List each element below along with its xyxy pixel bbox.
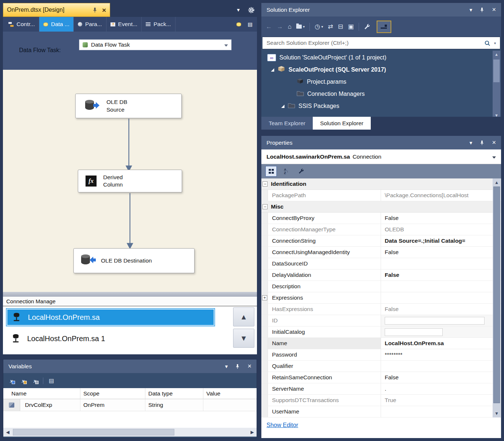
search-input[interactable]: Search Solution Explorer (Ctrl+;) ▾ bbox=[262, 37, 500, 49]
property-row-expressions[interactable]: + Expressions bbox=[261, 292, 501, 304]
variable-value[interactable] bbox=[203, 399, 257, 411]
switch-views-icon[interactable]: ▾ bbox=[296, 25, 305, 29]
scrollbar-thumb[interactable] bbox=[493, 187, 500, 403]
grid-icon[interactable]: ▤ bbox=[248, 21, 253, 27]
column-header-value[interactable]: Value bbox=[203, 388, 257, 399]
tree-item-ssis-packages[interactable]: SSIS Packages bbox=[281, 101, 339, 112]
property-category[interactable]: − Identification bbox=[261, 178, 501, 190]
tab-data-flow[interactable]: Data ... bbox=[39, 17, 74, 32]
property-row[interactable]: DataSourceID bbox=[261, 258, 501, 270]
property-value[interactable] bbox=[381, 281, 501, 292]
property-row[interactable]: SupportsDTCTransactions True bbox=[261, 395, 501, 406]
tab-solution-explorer[interactable]: Solution Explorer bbox=[313, 117, 371, 130]
close-icon[interactable]: × bbox=[247, 362, 251, 370]
vertical-scrollbar[interactable]: ▲ ▼ bbox=[493, 178, 501, 417]
tree-item-solution[interactable]: ∞ Solution 'ScaleOutProject' (1 of 1 pro… bbox=[267, 52, 387, 63]
property-value[interactable] bbox=[381, 326, 501, 337]
property-pages-wrench-icon[interactable] bbox=[295, 166, 307, 177]
node-ole-db-destination[interactable]: OLE DB Destination bbox=[73, 248, 195, 273]
property-row[interactable]: DelayValidation False bbox=[261, 270, 501, 281]
property-row[interactable]: ID bbox=[261, 315, 501, 326]
property-row[interactable]: InitialCatalog bbox=[261, 326, 501, 338]
add-variable-icon[interactable]: x bbox=[8, 377, 15, 384]
property-value[interactable]: ******** bbox=[381, 349, 501, 360]
window-position-caret-icon[interactable]: ▾ bbox=[469, 140, 472, 146]
property-value[interactable] bbox=[381, 361, 501, 372]
move-variable-icon[interactable]: x bbox=[19, 377, 27, 384]
pin-icon[interactable] bbox=[479, 140, 485, 145]
delete-variable-icon[interactable]: x bbox=[31, 377, 39, 384]
node-derived-column[interactable]: fx Derived Column bbox=[78, 170, 182, 192]
data-flow-task-select[interactable]: Data Flow Task bbox=[79, 39, 232, 50]
tab-event-handlers[interactable]: Event... bbox=[106, 17, 142, 32]
home-icon[interactable]: ⌂ bbox=[288, 23, 291, 30]
scroll-up-icon[interactable]: ▲ bbox=[493, 179, 501, 186]
gear-icon[interactable] bbox=[248, 7, 255, 14]
property-category[interactable]: − Misc bbox=[261, 201, 501, 213]
property-row[interactable]: Description bbox=[261, 281, 501, 292]
search-options-caret-icon[interactable]: ▾ bbox=[494, 41, 496, 45]
alphabetical-sort-button[interactable]: AZ ↓ bbox=[280, 166, 292, 177]
horizontal-splitter[interactable] bbox=[3, 292, 257, 297]
pin-icon[interactable] bbox=[235, 364, 240, 369]
grid-options-icon[interactable]: ▤ bbox=[48, 377, 55, 384]
tab-parameters[interactable]: Para... bbox=[74, 17, 106, 32]
property-value[interactable] bbox=[381, 406, 501, 417]
property-row[interactable]: Qualifier bbox=[261, 361, 501, 372]
search-icon[interactable] bbox=[484, 40, 490, 46]
node-ole-db-source[interactable]: OLE DB Source bbox=[75, 94, 182, 118]
column-header-data-type[interactable]: Data type bbox=[145, 388, 203, 399]
scroll-down-icon[interactable]: ▼ bbox=[493, 410, 501, 417]
property-value[interactable]: LocalHost.OnPrem.sa bbox=[381, 338, 501, 349]
scrollbar-thumb[interactable] bbox=[13, 429, 174, 435]
pin-icon[interactable] bbox=[479, 7, 485, 12]
expander-icon[interactable] bbox=[281, 105, 284, 108]
tab-control-flow[interactable]: Contr... bbox=[4, 17, 39, 32]
properties-wrench-icon[interactable] bbox=[364, 24, 370, 30]
show-editor-link[interactable]: Show Editor bbox=[266, 422, 298, 428]
property-value[interactable] bbox=[381, 315, 501, 326]
property-row[interactable]: ConnectionString Data Source=.;Initial C… bbox=[261, 235, 501, 247]
property-row[interactable]: Name LocalHost.OnPrem.sa bbox=[261, 338, 501, 349]
pending-changes-filter-icon[interactable]: ◷▾ bbox=[315, 23, 323, 30]
forward-icon[interactable]: → bbox=[277, 23, 283, 30]
property-value[interactable]: False bbox=[381, 247, 501, 258]
tree-item-project-params[interactable]: Project.params bbox=[297, 76, 347, 87]
solution-explorer-header[interactable]: Solution Explorer ▾ × bbox=[261, 3, 501, 17]
property-value[interactable] bbox=[381, 258, 501, 269]
object-selector[interactable]: LocalHost.sawinarkOnPrem.sa Connection bbox=[261, 149, 501, 164]
property-row[interactable]: UserName bbox=[261, 406, 501, 417]
pin-icon[interactable] bbox=[92, 7, 98, 13]
show-all-files-icon[interactable]: ▣ bbox=[348, 23, 354, 30]
tab-package-explorer[interactable]: Pack... bbox=[142, 17, 175, 32]
tree-item-connection-managers[interactable]: Connection Managers bbox=[297, 88, 365, 100]
document-tab[interactable]: OnPrem.dtsx [Design] × bbox=[3, 3, 110, 17]
property-value[interactable]: False bbox=[381, 270, 501, 281]
data-flow-design-surface[interactable]: OLE DB Source fx Derived Column OLE DB D… bbox=[3, 70, 257, 292]
property-row[interactable]: RetainSameConnection False bbox=[261, 372, 501, 383]
column-header-scope[interactable]: Scope bbox=[80, 388, 145, 399]
scroll-left-icon[interactable]: ◀ bbox=[3, 428, 12, 437]
property-value[interactable]: False bbox=[381, 372, 501, 383]
value-edit-box[interactable] bbox=[385, 317, 485, 325]
connection-manager-item[interactable]: LocalHost.OnPrem.sa bbox=[6, 308, 215, 326]
expand-icon[interactable]: + bbox=[262, 295, 267, 300]
chevron-down-icon[interactable] bbox=[224, 41, 228, 48]
column-header-name[interactable]: Name bbox=[3, 388, 80, 399]
close-icon[interactable]: × bbox=[492, 139, 496, 147]
property-value[interactable]: . bbox=[381, 383, 501, 394]
variables-header[interactable]: Variables ▾ × bbox=[3, 359, 257, 373]
scroll-down-button[interactable]: ▼ bbox=[233, 329, 254, 348]
property-row[interactable]: ServerName . bbox=[261, 383, 501, 395]
scroll-up-icon[interactable]: ▲ bbox=[493, 51, 500, 58]
tab-team-explorer[interactable]: Team Explorer bbox=[261, 117, 313, 130]
package-icon[interactable] bbox=[236, 22, 241, 26]
expander-icon[interactable] bbox=[271, 68, 274, 72]
close-icon[interactable]: × bbox=[102, 7, 106, 14]
tree-item-project[interactable]: ScaleOutProject (SQL Server 2017) bbox=[271, 64, 386, 75]
property-row[interactable]: ConnectByProxy False bbox=[261, 213, 501, 224]
categorized-view-button[interactable] bbox=[265, 166, 277, 177]
close-icon[interactable]: × bbox=[492, 6, 496, 14]
property-row[interactable]: ConnectUsingManagedIdentity False bbox=[261, 247, 501, 258]
window-menu-caret-icon[interactable]: ▾ bbox=[237, 7, 240, 13]
